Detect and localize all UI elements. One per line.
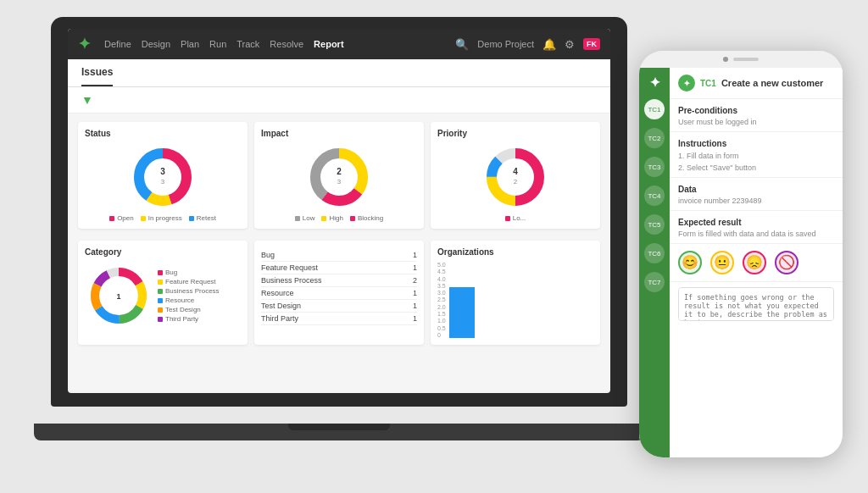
settings-icon[interactable]: ⚙ <box>565 38 575 51</box>
rating-blocked[interactable]: 🚫 <box>775 251 798 274</box>
nav-resolve[interactable]: Resolve <box>270 39 303 49</box>
sidebar-item-tc6[interactable]: TC6 <box>644 243 665 263</box>
cat-legend-testdesign: Test Design <box>158 306 220 313</box>
nav-items: Define Design Plan Run Track Resolve Rep… <box>104 39 442 49</box>
data-title: Data <box>678 185 834 194</box>
nav-plan[interactable]: Plan <box>181 39 199 49</box>
impact-legend: Low High Blocking <box>295 214 383 222</box>
table-row: Test Design 1 <box>261 300 417 313</box>
user-avatar[interactable]: FK <box>583 38 600 50</box>
impact-chart-title: Impact <box>261 129 417 138</box>
instructions-list: 1. Fill data in form 2. Select "Save" bu… <box>678 150 834 174</box>
cat-legend-resource: Resource <box>158 296 220 304</box>
phone-sidebar: ✦ TC1 TC2 TC3 TC4 TC5 TC6 <box>639 68 670 457</box>
priority-donut: 4 2 Lo... <box>437 143 593 222</box>
rating-row: 😊 😐 😞 🚫 <box>670 244 843 282</box>
bugs-table-card: Bug 1 Feature Request 1 Business Process… <box>254 241 424 345</box>
status-chart-title: Status <box>85 129 241 138</box>
expected-result-section: Expected result Form is filled with data… <box>670 211 843 244</box>
expected-result-text: Form is filled with data and data is sav… <box>678 229 834 240</box>
phone-tc-id: TC1 <box>700 79 716 88</box>
filter-icon[interactable]: ▼ <box>81 93 93 107</box>
laptop-base <box>34 424 644 440</box>
bell-icon[interactable]: 🔔 <box>542 38 556 51</box>
priority-chart-card: Priority 4 2 L <box>431 122 600 229</box>
rating-neutral[interactable]: 😐 <box>710 251 734 274</box>
sidebar-item-tc3[interactable]: TC3 <box>644 157 665 177</box>
tab-bar: Issues <box>68 59 610 87</box>
legend-blocking: Blocking <box>350 214 383 222</box>
legend-priority-lo: Lo... <box>505 214 526 222</box>
legend-low: Low <box>295 214 315 222</box>
sidebar-item-tc1[interactable]: TC1 <box>644 99 665 119</box>
svg-text:4: 4 <box>513 167 518 176</box>
category-chart-card: Category 1 Bug <box>78 241 248 345</box>
table-row: Feature Request 1 <box>261 262 417 274</box>
phone-logo: ✦ <box>649 75 660 91</box>
impact-donut: 2 3 Low High <box>261 143 417 222</box>
nav-run[interactable]: Run <box>209 39 226 49</box>
rating-happy[interactable]: 😊 <box>678 251 702 274</box>
table-row: Business Process 2 <box>261 274 417 287</box>
cat-legend-bug: Bug <box>158 269 220 276</box>
legend-inprogress: In progress <box>141 214 182 222</box>
table-row: Third Party 1 <box>261 313 417 325</box>
laptop-screen: ✦ Define Design Plan Run Track Resolve R… <box>68 29 610 393</box>
speaker-bar <box>733 58 759 61</box>
nav-right: 🔍 Demo Project 🔔 ⚙ FK <box>455 38 600 51</box>
search-icon[interactable]: 🔍 <box>455 38 469 51</box>
cat-legend-feature: Feature Request <box>158 278 220 285</box>
phone-test-header: ✦ TC1 Create a new customer <box>670 68 843 99</box>
phone-body: ✦ TC1 TC2 TC3 TC4 TC5 TC6 <box>639 51 843 457</box>
sidebar-item-tc7[interactable]: TC7 <box>644 272 665 292</box>
preconditions-title: Pre-conditions <box>678 106 834 115</box>
app-navbar: ✦ Define Design Plan Run Track Resolve R… <box>68 29 610 59</box>
filter-row: ▼ <box>68 87 610 114</box>
sidebar-item-tc4[interactable]: TC4 <box>644 186 665 206</box>
nav-design[interactable]: Design <box>142 39 170 49</box>
feedback-textarea[interactable] <box>678 287 834 321</box>
svg-text:2: 2 <box>514 178 518 186</box>
priority-legend: Lo... <box>505 214 526 222</box>
table-row: Bug 1 <box>261 249 417 262</box>
app-logo: ✦ <box>78 35 91 53</box>
organizations-chart-card: Organizations 5.04.54.03.53.02.52.01.51.… <box>431 241 600 345</box>
nav-report[interactable]: Report <box>314 39 343 49</box>
priority-chart-title: Priority <box>437 129 593 138</box>
legend-retest: Retest <box>189 214 216 222</box>
svg-text:1: 1 <box>116 292 120 301</box>
svg-text:2: 2 <box>337 167 342 176</box>
rating-sad[interactable]: 😞 <box>743 251 766 274</box>
bottom-charts: Category 1 Bug <box>68 237 610 348</box>
phone-main-content: ✦ TC1 Create a new customer Pre-conditio… <box>670 68 843 457</box>
sidebar-item-tc5[interactable]: TC5 <box>644 214 665 235</box>
status-legend: Open In progress Retest <box>109 214 216 222</box>
svg-text:3: 3 <box>161 178 165 186</box>
instruction-step-2: 2. Select "Save" button <box>678 162 834 174</box>
bar-item <box>449 287 475 338</box>
cat-legend-business: Business Process <box>158 287 220 295</box>
instructions-section: Instructions 1. Fill data in form 2. Sel… <box>670 132 843 179</box>
expected-result-title: Expected result <box>678 218 834 227</box>
nav-define[interactable]: Define <box>104 39 131 49</box>
cat-legend-thirdparty: Third Party <box>158 315 220 323</box>
instructions-title: Instructions <box>678 139 834 148</box>
sidebar-item-tc2[interactable]: TC2 <box>644 128 665 148</box>
status-chart-card: Status 3 3 <box>78 122 248 229</box>
legend-open: Open <box>109 214 134 222</box>
impact-chart-card: Impact 2 3 <box>254 122 424 229</box>
phone: ✦ TC1 TC2 TC3 TC4 TC5 TC6 <box>639 51 843 457</box>
tab-issues[interactable]: Issues <box>81 59 113 86</box>
laptop: ✦ Define Design Plan Run Track Resolve R… <box>51 17 627 440</box>
nav-track[interactable]: Track <box>236 39 259 49</box>
preconditions-section: Pre-conditions User must be logged in <box>670 99 843 132</box>
category-chart-title: Category <box>85 247 241 257</box>
charts-area: Status 3 3 <box>68 114 610 237</box>
camera-dot <box>723 57 728 62</box>
svg-text:3: 3 <box>337 178 342 186</box>
phone-content: ✦ TC1 TC2 TC3 TC4 TC5 TC6 <box>639 68 843 457</box>
svg-text:3: 3 <box>160 167 165 176</box>
phone-notch <box>639 51 843 68</box>
instruction-step-1: 1. Fill data in form <box>678 150 834 162</box>
phone-header-icon: ✦ <box>678 75 695 91</box>
